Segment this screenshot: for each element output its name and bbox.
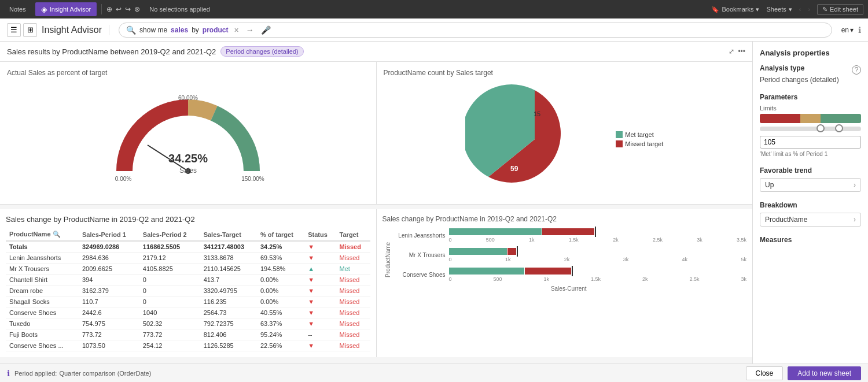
search-keyword-sales: sales (171, 26, 188, 34)
cell-p2: 0 (139, 275, 200, 285)
ia-tab-label: Insight Advisor (50, 6, 91, 13)
favorable-dropdown[interactable]: Up › (760, 178, 861, 192)
parameters-section: Parameters Limits 'Met' limit as % of Pe… (760, 93, 861, 157)
table-search-icon[interactable]: 🔍 (53, 231, 61, 238)
bar-row-2: Mr X Trousers 01k2k3k4k5k (391, 247, 747, 262)
cell-status: Missed (336, 296, 370, 307)
cell-p1: 773.72 (79, 329, 139, 340)
bottom-charts-row: Sales change by ProductName in 2019-Q2 a… (0, 209, 752, 357)
gauge-container: 34.25% Sales 0.00% 150.00% 60.00% (7, 81, 369, 186)
redo-icon[interactable]: ↪ (125, 5, 131, 13)
cell-p1: 3162.379 (79, 285, 139, 296)
cell-p1: 394 (79, 275, 139, 285)
pie-title: ProductName count by Sales target (384, 69, 746, 77)
cell-target: 116.235 (200, 296, 257, 307)
cell-p1: 754.975 (79, 318, 139, 329)
limits-thumb-right[interactable] (835, 124, 843, 132)
cell-target: 341217.48003 (200, 241, 257, 253)
bar-label-2: Mr X Trousers (391, 252, 449, 258)
cell-status: Missed (336, 340, 370, 351)
bar-x-axis-label: Sales-Current (391, 285, 747, 292)
cell-name: Tuxedo (6, 318, 79, 329)
clear-icon[interactable]: ⊗ (134, 5, 140, 13)
info-button[interactable]: ℹ (858, 25, 861, 35)
top-navigation-bar: Notes ◈ Insight Advisor ⊕ ↩ ↪ ⊗ No selec… (0, 0, 868, 18)
language-selector[interactable]: en ▾ (841, 26, 854, 34)
nav-next-icon[interactable]: › (808, 6, 810, 13)
bar-label-1: Lenin Jeansshorts (391, 232, 449, 239)
search-icon[interactable]: ⊕ (106, 5, 112, 13)
cell-target: 2564.73 (200, 307, 257, 318)
cell-trend: ▲ (304, 264, 336, 275)
help-icon[interactable]: ? (852, 65, 861, 75)
limits-color-bar (760, 114, 861, 123)
table-left-title: Sales change by ProductName in 2019-Q2 a… (6, 215, 370, 224)
cell-pct: 34.25% (257, 241, 304, 253)
edit-sheet-button[interactable]: ✎ Edit sheet (817, 4, 863, 15)
more-options-icon[interactable]: ••• (738, 47, 745, 55)
limits-input[interactable] (760, 136, 861, 149)
top-charts-row: Actual Sales as percent of target (0, 62, 752, 205)
selection-icons[interactable]: ⊕ ↩ ↪ ⊗ (106, 5, 140, 13)
cell-status: Missed (336, 253, 370, 264)
bookmarks-button[interactable]: 🔖 Bookmarks ▾ (711, 6, 759, 13)
cell-p2: 773.72 (139, 329, 200, 340)
panel-toggle-buttons: ☰ ⊞ (7, 23, 37, 37)
bar-red-3 (525, 268, 571, 275)
cell-name: Lenin Jeansshorts (6, 253, 79, 264)
period-changes-badge[interactable]: Period changes (detailed) (220, 46, 303, 57)
cell-pct: 0.00% (257, 296, 304, 307)
breakdown-dropdown[interactable]: ProductName › (760, 213, 861, 227)
cell-target: 1126.5285 (200, 340, 257, 351)
sheets-button[interactable]: Sheets ▾ (766, 6, 792, 13)
nav-prev-icon[interactable]: ‹ (799, 6, 801, 13)
clear-search-button[interactable]: × (231, 25, 241, 35)
svg-text:Met target: Met target (561, 119, 591, 126)
table-row: Mr X Trousers 2009.6625 4105.8825 2110.1… (6, 264, 370, 275)
expand-icon[interactable]: ⤢ (729, 47, 734, 55)
submit-search-button[interactable]: → (244, 25, 256, 35)
table-row: Totals 324969.0286 116862.5505 341217.48… (6, 241, 370, 253)
top-bar-right: 🔖 Bookmarks ▾ Sheets ▾ ‹ › ✎ Edit sheet (711, 4, 863, 15)
bar-marker-1 (595, 227, 596, 237)
grid-toggle[interactable]: ⊞ (23, 23, 37, 37)
insight-advisor-tab[interactable]: ◈ Insight Advisor (35, 2, 97, 16)
cell-p1: 2009.6625 (79, 264, 139, 275)
notes-tab[interactable]: Notes (5, 6, 31, 13)
bar-teal-1 (449, 228, 542, 235)
separator (101, 4, 102, 14)
cell-trend: ▼ (304, 241, 336, 253)
left-panel-toggle[interactable]: ☰ (7, 23, 21, 37)
lang-label: en (841, 26, 849, 34)
bar-chart-container: Sales change by ProductName in 2019-Q2 a… (377, 209, 753, 357)
undo-icon[interactable]: ↩ (116, 5, 122, 13)
pencil-icon: ✎ (822, 6, 827, 13)
analysis-type-value: Period changes (detailed) (760, 76, 861, 84)
bar-teal-3 (449, 268, 524, 275)
cell-status: Missed (336, 275, 370, 285)
parameters-label: Parameters (760, 93, 861, 101)
cell-name: Dream robe (6, 285, 79, 296)
bar-marker-3 (572, 266, 573, 276)
bar-teal-2 (449, 248, 507, 255)
bar-marker-2 (517, 246, 518, 257)
gauge-chart: Actual Sales as percent of target (0, 62, 377, 204)
gauge-title: Actual Sales as percent of target (7, 69, 369, 77)
left-panels: Sales results by ProductName between 201… (0, 42, 752, 364)
table-row: Chantell Shirt 394 0 413.7 0.00% ▼ Misse… (6, 275, 370, 285)
col-status: Status (304, 228, 336, 241)
favorable-trend-section: Favorable trend Up › (760, 166, 861, 192)
cell-trend: ▼ (304, 340, 336, 351)
cell-trend: ▼ (304, 318, 336, 329)
microphone-icon[interactable]: 🎤 (259, 25, 273, 35)
table-row: Dream robe 3162.379 0 3320.49795 0.00% ▼… (6, 285, 370, 296)
analysis-type-section: Analysis type ? Period changes (detailed… (760, 64, 861, 84)
limits-slider[interactable] (760, 127, 861, 131)
results-header: Sales results by ProductName between 201… (0, 42, 752, 62)
cell-pct: 69.53% (257, 253, 304, 264)
limits-thumb-left[interactable] (816, 124, 825, 132)
search-bar[interactable]: 🔍 show me sales by product × → 🎤 (119, 23, 832, 38)
cell-status: Missed (336, 285, 370, 296)
svg-text:0.00%: 0.00% (115, 176, 131, 182)
limits-green-seg (821, 114, 861, 123)
